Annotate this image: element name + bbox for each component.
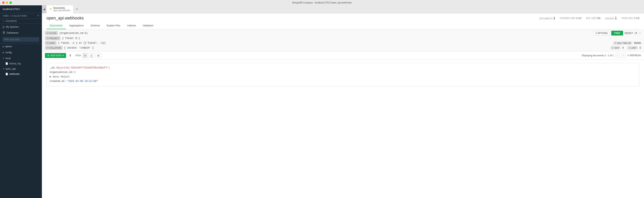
tab-documents[interactable]: 📁 Documents open_api.webhooks <box>46 5 74 13</box>
folder-icon: 📁 <box>50 8 52 10</box>
doc-field-data[interactable]: ▶ data: Object <box>50 75 636 79</box>
project-input[interactable] <box>62 37 641 40</box>
indexes-count: 1 <box>615 16 617 20</box>
skip-value: 0 <box>622 46 624 49</box>
info-icon: ⓘ <box>628 46 630 49</box>
storage-size-label: STORAGE SIZE <box>560 17 575 19</box>
collection-title-text: open_api.webhooks <box>46 16 84 21</box>
filter-row: ⓘ FILTER ▾ OPTIONS FIND RESET ↺ ··· <box>45 31 641 36</box>
nav-tabs: Documents Aggregations Schema Explain Pl… <box>46 22 640 29</box>
avg-size-label: AVG. SIZE <box>586 17 596 19</box>
sidebar: localhost:27017 4 DBS 2 COLLECTIONS ↻ ☆ … <box>0 5 42 198</box>
sidebar-item-config[interactable]: ▶ config <box>0 49 42 55</box>
query-bar: ⓘ FILTER ▾ OPTIONS FIND RESET ↺ ··· <box>42 29 644 51</box>
sort-label[interactable]: ⓘ SORT <box>45 41 56 45</box>
sidebar-item-label: Databases <box>7 31 18 34</box>
sidebar-item-open-api[interactable]: ▼ open_api <box>0 66 42 72</box>
sidebar-item-webhooks[interactable]: 📄 webhooks ··· <box>0 72 42 76</box>
tab-sublabel: open_api.webhooks <box>53 9 70 12</box>
more-options-button[interactable]: ··· <box>638 32 641 35</box>
view-table-button[interactable]: ⊞ <box>96 53 101 58</box>
total-size-label: TOTAL SIZE <box>621 17 633 19</box>
download-icon: ⬇ <box>47 54 49 57</box>
favorite-label: FAVORITE <box>6 20 17 23</box>
chevron-down-icon: ▼ <box>3 68 4 70</box>
filter-input[interactable] <box>60 32 592 35</box>
close-button[interactable] <box>2 2 4 4</box>
max-time-badge: ⓘ MAX TIME MS <box>613 41 632 45</box>
sidebar-item-my-queries[interactable]: {} My Queries <box>0 24 42 30</box>
toolbar: ⬇ ADD DATA ▾ ⬆ VIEW ≡ {} ⊞ Displaying do… <box>42 51 644 60</box>
sidebar-collapse-button[interactable]: ◀ <box>42 5 46 13</box>
db-name: config <box>5 51 12 54</box>
minimize-button[interactable] <box>6 2 8 4</box>
total-size-value: 4.1KB <box>634 17 640 19</box>
window-controls <box>2 2 12 4</box>
stat-documents: DOCUMENTS 1 <box>540 16 555 20</box>
info-icon: ⓘ <box>614 42 616 44</box>
search-input[interactable] <box>3 37 39 42</box>
tab-aggregations[interactable]: Aggregations <box>66 22 88 29</box>
limit-value: 0 <box>640 46 641 49</box>
export-button[interactable]: ⬆ <box>68 53 73 58</box>
undo-button[interactable]: ↺ <box>634 31 637 35</box>
db-name: local <box>6 57 11 60</box>
find-button[interactable]: FIND <box>611 31 623 36</box>
documents-count: 1 <box>554 16 555 20</box>
chevron-down-icon: ▼ <box>3 57 4 59</box>
skip-badge: ⓘ SKIP <box>610 46 621 50</box>
sidebar-item-databases[interactable]: 🗄 Databases <box>0 30 42 36</box>
tab-indexes[interactable]: Indexes <box>124 22 139 29</box>
project-row: ⓘ PROJECT <box>45 36 641 40</box>
info-icon: ⓘ <box>46 37 48 40</box>
collation-label[interactable]: ⓘ COLLATION <box>45 46 63 50</box>
chevron-right-icon: ▶ <box>3 51 4 53</box>
sort-row: ⓘ SORT ⓘ MAX TIME MS 60000 <box>45 41 641 45</box>
reset-button[interactable]: RESET <box>624 32 633 35</box>
db-count: 4 DBS <box>3 15 9 17</box>
doc-field-org-id: organization_id: 1 <box>50 70 636 74</box>
add-tab-button[interactable]: + <box>74 5 80 13</box>
db-name: open_api <box>6 67 16 70</box>
sidebar-item-admin[interactable]: ▶ admin <box>0 44 42 49</box>
sort-input[interactable] <box>58 42 611 44</box>
favorite-button[interactable]: ☆ FAVORITE <box>0 19 42 24</box>
refresh-icon[interactable]: ↻ <box>38 15 39 17</box>
sidebar-item-startup-log[interactable]: 📄 startup_log <box>0 61 42 66</box>
add-data-button[interactable]: ⬇ ADD DATA ▾ <box>45 53 66 58</box>
info-icon: ⓘ <box>46 32 48 35</box>
tab-explain-plan[interactable]: Explain Plan <box>103 22 124 29</box>
collection-header: open_api.webhooks DOCUMENTS 1 STORAGE SI… <box>42 13 644 29</box>
storage-size-value: 4.1KB <box>576 17 581 19</box>
chevron-right-icon: ▶ <box>3 46 4 48</box>
connection-label: localhost:27017 <box>0 5 42 13</box>
tab-validation[interactable]: Validation <box>139 22 157 29</box>
prev-page-button[interactable]: ‹ <box>615 53 620 58</box>
options-button[interactable]: ▾ OPTIONS <box>593 31 610 36</box>
filter-label[interactable]: ⓘ FILTER <box>45 31 58 35</box>
sidebar-item-local[interactable]: ▼ local <box>0 55 42 61</box>
info-icon: ⓘ <box>612 46 614 49</box>
refresh-button[interactable]: ↻ REFRESH <box>628 54 641 57</box>
tab-label: Documents <box>53 7 70 9</box>
sidebar-meta: 4 DBS 2 COLLECTIONS ↻ <box>0 13 42 19</box>
doc-field-id: _id: ObjectId('625136ff721b69785a450eff'… <box>50 66 636 70</box>
star-icon: ☆ <box>3 20 5 23</box>
next-page-button[interactable]: › <box>621 53 626 58</box>
tab-bar: ◀ 📁 Documents open_api.webhooks + <box>42 5 644 13</box>
view-list-button[interactable]: ≡ <box>82 53 88 58</box>
stat-total-size: TOTAL SIZE 4.1KB <box>621 17 640 19</box>
tab-documents[interactable]: Documents <box>46 22 66 29</box>
tab-schema[interactable]: Schema <box>87 22 103 29</box>
title-bar: MongoDB Compass - localhost:27017/open_a… <box>0 0 644 5</box>
pagination-info: Displaying documents 1 - 1 of 1 ‹ › ↻ RE… <box>582 53 641 58</box>
query-actions: ▾ OPTIONS FIND RESET ↺ ··· <box>593 31 641 36</box>
collation-row: ⓘ COLLATION ⓘ SKIP 0 ⓘ LIMIT 0 <box>45 46 641 50</box>
maximize-button[interactable] <box>10 2 12 4</box>
pagination-text: Displaying documents 1 - 1 of 1 <box>582 54 614 57</box>
view-json-button[interactable]: {} <box>89 53 94 58</box>
collation-input[interactable] <box>64 46 609 49</box>
folder-icon: 📄 <box>5 73 8 75</box>
view-label: VIEW <box>75 54 81 57</box>
project-label[interactable]: ⓘ PROJECT <box>45 36 60 40</box>
